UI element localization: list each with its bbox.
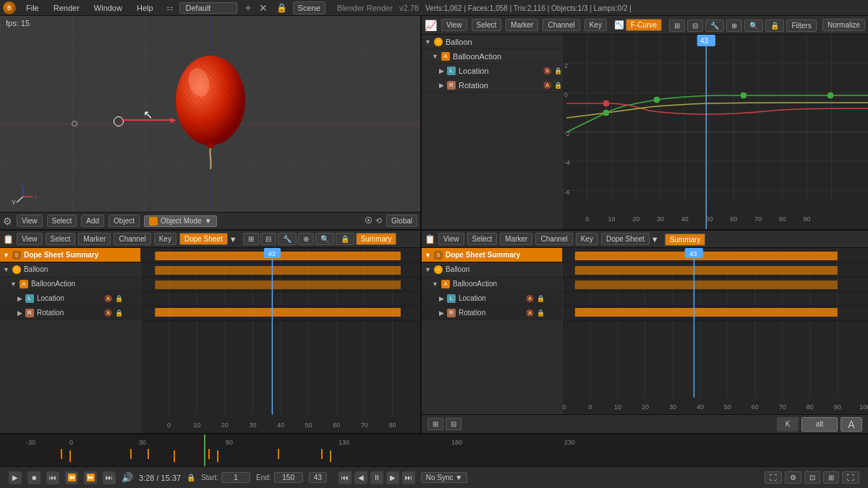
next-key-btn[interactable]: ▶ (386, 471, 399, 484)
viewport-3d[interactable]: fps: 15 (0, 16, 422, 229)
dope-balloon-row[interactable]: ▼ ○ Balloon (0, 262, 140, 277)
rot-lock2[interactable]: 🔒 (115, 309, 123, 317)
graph-editor-icon[interactable]: 📈 (425, 20, 437, 31)
volume-btn[interactable]: 🔊 (122, 472, 133, 483)
fcurve-toggle[interactable]: 📉 F-Curve (614, 19, 662, 31)
balloon-object[interactable] (167, 42, 254, 188)
current-frame-display[interactable]: 43 (309, 472, 327, 483)
right-keyframe-area[interactable]: 43 -10 0 10 20 30 40 50 60 70 80 90 100 (563, 248, 868, 414)
end-frame-input[interactable] (274, 472, 303, 483)
workspace-selector[interactable] (179, 2, 237, 14)
stop-btn[interactable]: ■ (27, 471, 41, 484)
right-balloon-row[interactable]: ▼ ○ Balloon (422, 262, 562, 277)
tree-item-action[interactable]: ▼ A BalloonAction (422, 49, 562, 64)
screen-btn[interactable]: ⊡ (804, 471, 820, 484)
ds-summary-btn[interactable]: Summary (356, 233, 397, 245)
right-location-row[interactable]: ▶ L Location 🔕 🔒 (422, 291, 562, 306)
frame-jump-end2[interactable]: ⏭ (402, 471, 415, 484)
object-btn[interactable]: Object (109, 215, 140, 227)
snap-icon[interactable]: ⦿ (365, 216, 373, 226)
graph-icon5[interactable]: 🔍 (744, 20, 763, 32)
graph-select-btn[interactable]: Select (472, 19, 502, 31)
timeline-area[interactable]: -30 0 30 80 130 180 230 (0, 433, 868, 466)
rot-lock-icon[interactable]: 🔒 (554, 82, 562, 89)
graph-icon4[interactable]: ⊕ (726, 20, 742, 32)
transform-icon[interactable]: ⟲ (375, 216, 382, 226)
ds-mode-selector[interactable]: Dope Sheet ▼ (179, 233, 237, 245)
close-workspace-icon[interactable]: ✕ (259, 2, 268, 14)
fcurve-btn[interactable]: F-Curve (626, 19, 662, 31)
graph-icon2[interactable]: ⊟ (687, 20, 703, 32)
ap-channel-btn[interactable]: Channel (535, 233, 572, 245)
tree-arrow-action[interactable]: ▼ (432, 53, 438, 60)
dope-action-row[interactable]: ▼ A BalloonAction (0, 277, 140, 291)
filters-btn[interactable]: Filters (786, 20, 816, 32)
ap-marker-btn[interactable]: Marker (500, 233, 532, 245)
graph-key-btn[interactable]: Key (584, 19, 607, 31)
prev-key-btn[interactable]: ◀ (354, 471, 367, 484)
tree-arrow-location[interactable]: ▶ (439, 67, 444, 74)
global-btn[interactable]: Global (386, 215, 417, 227)
right-action-row[interactable]: ▼ A BalloonAction (422, 277, 562, 291)
graph-icon1[interactable]: ⊞ (669, 20, 685, 32)
ds-key-btn[interactable]: Key (154, 233, 176, 245)
ap-mode-selector[interactable]: Dope Sheet ▼ (601, 233, 659, 245)
ap-dopesheet-btn[interactable]: Dope Sheet (601, 233, 650, 245)
prev-frame-btn[interactable]: ⏪ (65, 471, 78, 484)
jump-end-btn[interactable]: ⏭ (103, 471, 116, 484)
dope-rotation-row[interactable]: ▶ R Rotation 🔕 🔒 (0, 306, 140, 320)
ds-icon1[interactable]: ⊞ (243, 233, 259, 245)
rf-icon2[interactable]: ⊟ (446, 418, 461, 430)
loc-mute-icon[interactable]: 🔕 (543, 67, 551, 74)
select-btn[interactable]: Select (47, 215, 77, 227)
dopesheet-icon[interactable]: 📋 (3, 234, 14, 244)
pause-btn2[interactable]: ⏸ (370, 471, 383, 484)
add-btn[interactable]: Add (81, 215, 104, 227)
tree-item-balloon[interactable]: ▼ ○ Balloon (422, 35, 562, 49)
menu-render[interactable]: Render (49, 2, 84, 14)
animplayer-icon[interactable]: 📋 (425, 234, 435, 244)
play-pause-btn[interactable]: ▶ (9, 471, 22, 484)
lock-playback-icon[interactable]: 🔒 (187, 474, 195, 481)
ds-channel-btn[interactable]: Channel (114, 233, 150, 245)
ds-icon4[interactable]: ⊕ (298, 233, 314, 245)
ap-select-btn[interactable]: Select (467, 233, 498, 245)
mode-selector[interactable]: Object Mode ▼ (144, 215, 217, 227)
loc-lock2[interactable]: 🔒 (115, 295, 123, 302)
menu-help[interactable]: Help (132, 2, 158, 14)
rf-key-icon[interactable]: K (777, 417, 799, 432)
graph-curve-area[interactable]: 43 0 10 20 30 40 50 60 70 80 90 2 (563, 35, 868, 229)
fullscreen-btn[interactable]: ⛶ (765, 471, 782, 484)
graph-icon3[interactable]: 🔧 (705, 20, 724, 32)
loc-mute2[interactable]: 🔕 (104, 295, 112, 302)
right-rot-mute[interactable]: 🔕 (526, 309, 534, 317)
ap-summary-btn[interactable]: Summary (665, 234, 706, 246)
rf-icon1[interactable]: ⊞ (427, 418, 443, 430)
right-rotation-row[interactable]: ▶ R Rotation 🔕 🔒 (422, 306, 562, 320)
view-btn[interactable]: View (17, 215, 43, 227)
right-loc-lock[interactable]: 🔒 (537, 295, 545, 302)
menu-file[interactable]: File (22, 2, 43, 14)
window-btn[interactable]: ⊞ (823, 471, 839, 484)
tree-item-rotation[interactable]: ▶ R Rotation 🔕 🔒 (422, 78, 562, 93)
tree-arrow-rotation[interactable]: ▶ (439, 82, 444, 89)
ds-dopesheet-btn[interactable]: Dope Sheet (179, 233, 228, 245)
start-frame-input[interactable] (221, 472, 250, 483)
jump-start-btn[interactable]: ⏮ (46, 471, 59, 484)
ds-icon3[interactable]: 🔧 (278, 233, 297, 245)
graph-marker-btn[interactable]: Marker (506, 19, 538, 31)
tree-item-location[interactable]: ▶ L Location 🔕 🔒 (422, 64, 562, 78)
ds-view-btn[interactable]: View (17, 233, 43, 245)
scene-input[interactable]: Scene (293, 1, 326, 14)
expand-btn[interactable]: ⛶ (842, 471, 859, 484)
rf-A-btn[interactable]: A (841, 417, 862, 432)
ap-view-btn[interactable]: View (438, 233, 464, 245)
ds-icon6[interactable]: 🔒 (336, 233, 354, 245)
ds-marker-btn[interactable]: Marker (78, 233, 111, 245)
normalize-btn[interactable]: Normalize (822, 19, 865, 31)
ds-icon5[interactable]: 🔍 (315, 233, 334, 245)
rot-mute2[interactable]: 🔕 (104, 309, 112, 317)
graph-icon6[interactable]: 🔒 (765, 20, 784, 32)
ds-select-btn[interactable]: Select (46, 233, 76, 245)
menu-window[interactable]: Window (90, 2, 127, 14)
